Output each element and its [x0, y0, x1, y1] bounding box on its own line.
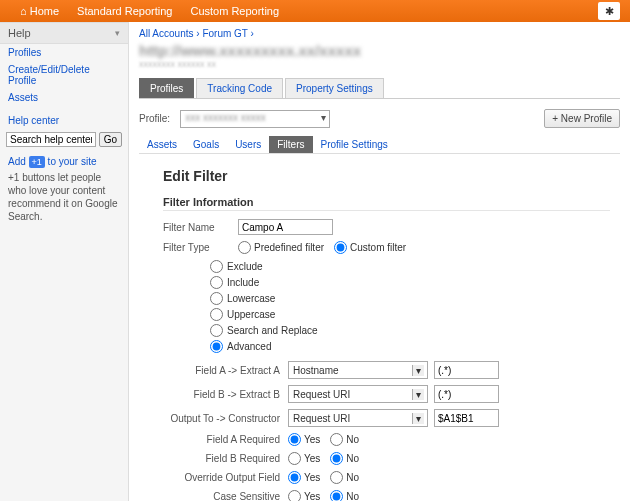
field-a-pattern[interactable]	[434, 361, 499, 379]
profile-subtabs: Assets Goals Users Filters Profile Setti…	[139, 136, 620, 154]
subtab-users[interactable]: Users	[227, 136, 269, 153]
req-b-yes[interactable]	[288, 452, 301, 465]
help-search-input[interactable]	[6, 132, 96, 147]
nav-home[interactable]: ⌂ Home	[20, 5, 59, 17]
mode-exclude[interactable]	[210, 260, 223, 273]
profile-label: Profile:	[139, 113, 170, 124]
cs-label: Case Sensitive	[163, 491, 288, 501]
subtab-goals[interactable]: Goals	[185, 136, 227, 153]
side-profiles[interactable]: Profiles	[0, 44, 128, 61]
new-profile-button[interactable]: + New Profile	[544, 109, 620, 128]
mode-search-replace[interactable]	[210, 324, 223, 337]
custom-mode-list: Exclude Include Lowercase Uppercase Sear…	[210, 260, 610, 353]
breadcrumb: All Accounts › Forum GT ›	[139, 28, 620, 39]
main: All Accounts › Forum GT › http://www.xxx…	[129, 22, 630, 501]
output-label: Output To -> Constructor	[163, 413, 288, 424]
gear-icon[interactable]: ✱	[598, 2, 620, 20]
mode-advanced[interactable]	[210, 340, 223, 353]
field-b-pattern[interactable]	[434, 385, 499, 403]
type-predefined[interactable]	[238, 241, 251, 254]
ovr-no[interactable]	[330, 471, 343, 484]
mode-lowercase[interactable]	[210, 292, 223, 305]
subtab-profile-settings[interactable]: Profile Settings	[313, 136, 396, 153]
filter-type-label: Filter Type	[163, 242, 238, 253]
req-b-label: Field B Required	[163, 453, 288, 464]
subtab-assets[interactable]: Assets	[139, 136, 185, 153]
mode-include[interactable]	[210, 276, 223, 289]
field-a-label: Field A -> Extract A	[163, 365, 288, 376]
top-nav: ⌂ Home Standard Reporting Custom Reporti…	[0, 0, 630, 22]
crumb-property[interactable]: Forum GT	[202, 28, 247, 39]
crumb-accounts[interactable]: All Accounts	[139, 28, 193, 39]
cs-yes[interactable]	[288, 490, 301, 501]
side-assets[interactable]: Assets	[0, 89, 128, 106]
ovr-yes[interactable]	[288, 471, 301, 484]
cs-no[interactable]	[330, 490, 343, 501]
nav-standard[interactable]: Standard Reporting	[77, 5, 172, 17]
property-title-blurred: http://www.xxxxxxxxx.xx/xxxxx xxxxxxxx x…	[139, 42, 620, 70]
nav-custom[interactable]: Custom Reporting	[190, 5, 279, 17]
filter-name-label: Filter Name	[163, 222, 238, 233]
output-pattern[interactable]	[434, 409, 499, 427]
output-select[interactable]: Request URI	[288, 409, 428, 427]
plusone-link[interactable]: Add +1 to your site	[8, 156, 97, 167]
page-title: Edit Filter	[163, 168, 610, 184]
tab-tracking[interactable]: Tracking Code	[196, 78, 283, 98]
ovr-label: Override Output Field	[163, 472, 288, 483]
subtab-filters[interactable]: Filters	[269, 136, 312, 153]
sidebar: Help▾ Profiles Create/Edit/Delete Profil…	[0, 22, 129, 501]
profile-select[interactable]: xxx xxxxxxx xxxxx	[180, 110, 330, 128]
filter-name-input[interactable]	[238, 219, 333, 235]
field-b-label: Field B -> Extract B	[163, 389, 288, 400]
help-search-go[interactable]: Go	[99, 132, 122, 147]
req-a-yes[interactable]	[288, 433, 301, 446]
tab-property-settings[interactable]: Property Settings	[285, 78, 384, 98]
plusone-icon: +1	[29, 156, 45, 168]
req-a-no[interactable]	[330, 433, 343, 446]
tab-profiles[interactable]: Profiles	[139, 78, 194, 98]
req-b-no[interactable]	[330, 452, 343, 465]
help-header[interactable]: Help▾	[0, 22, 128, 44]
req-a-label: Field A Required	[163, 434, 288, 445]
collapse-icon: ▾	[115, 28, 120, 38]
mode-uppercase[interactable]	[210, 308, 223, 321]
field-a-select[interactable]: Hostname	[288, 361, 428, 379]
field-b-select[interactable]: Request URI	[288, 385, 428, 403]
section-title: Filter Information	[163, 196, 610, 211]
side-ced[interactable]: Create/Edit/Delete Profile	[0, 61, 128, 89]
help-center-label: Help center	[0, 112, 128, 129]
property-tabs: Profiles Tracking Code Property Settings	[139, 78, 620, 99]
type-custom[interactable]	[334, 241, 347, 254]
plusone-promo: Add +1 to your site +1 buttons let peopl…	[0, 150, 128, 229]
